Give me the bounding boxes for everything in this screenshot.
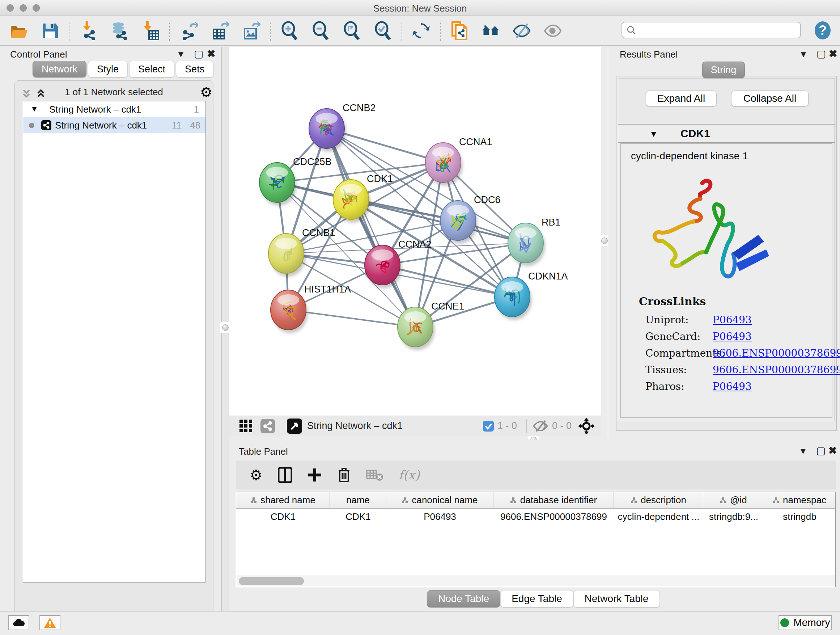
network-node-HIST1H1A[interactable] [271,290,308,333]
control-panel: Control Panel ▼ ▢ ✖ NetworkStyleSelectSe… [0,47,221,611]
memory-button[interactable]: Memory [778,615,832,630]
results-panel-float-icon[interactable]: ▢ [816,49,826,59]
help-icon[interactable]: ? [813,21,832,40]
hidden-eye-icon[interactable] [532,420,548,432]
network-node-CCNB2[interactable] [309,109,346,152]
column-header-namespac[interactable]: namespac [764,492,835,508]
network-row[interactable]: String Network – cdk1 11 48 [23,117,205,133]
network-view-toolbar: String Network – cdk1 1 - 0 0 - 0 [229,416,601,436]
node-label-CCNB2: CCNB2 [343,103,376,113]
gene-collapse-icon[interactable]: ▼ [649,129,658,139]
column-header--id[interactable]: @id [703,492,764,508]
delete-column-icon[interactable] [337,467,351,483]
table-options-gear-icon[interactable]: ⚙ [249,467,263,483]
tab-edge-table[interactable]: Edge Table [500,590,573,608]
import-table-file-icon[interactable] [141,21,160,40]
tab-string[interactable]: String [702,62,745,78]
network-node-CCNE1[interactable] [398,307,435,350]
column-type-icon [773,497,779,504]
zoom-fit-icon[interactable] [342,21,361,40]
results-panel-menu-icon[interactable]: ▼ [799,50,808,59]
search-box[interactable] [622,22,801,38]
export-network-icon[interactable] [180,21,198,40]
network-node-CDKN1A[interactable] [494,277,532,320]
network-node-CCNA1[interactable] [425,143,463,186]
table-row[interactable]: CDK1CDK1P064939606.ENSP00000378699cyclin… [236,509,835,524]
network-tab-content: 1 of 1 Network selected ⚙ ▼ String Netwo… [14,80,213,635]
zoom-selected-icon[interactable] [373,21,392,40]
network-node-CCNB1[interactable] [268,233,306,277]
table-panel-float-icon[interactable]: ▢ [816,446,826,456]
export-table-icon[interactable] [210,21,229,40]
table-panel-menu-icon[interactable]: ▼ [799,447,807,455]
search-input[interactable] [636,25,791,35]
column-header-name[interactable]: name [330,492,386,508]
cloud-button[interactable] [8,615,29,630]
warnings-button[interactable] [39,615,60,630]
column-header-description[interactable]: description [614,492,703,508]
warning-icon [44,617,56,628]
results-panel-close-icon[interactable]: ✖ [829,49,837,59]
export-image-icon[interactable] [242,21,261,40]
grid-view-icon[interactable] [239,419,253,433]
open-session-icon[interactable] [9,21,28,40]
table-toolbar: ⚙ f(x) [236,461,836,489]
zoom-in-icon[interactable] [280,21,299,40]
crosslink-link[interactable]: P06493 [713,380,752,393]
import-network-database-icon[interactable] [110,21,129,40]
crosslink-link[interactable]: 9606.ENSP00000378699 [713,364,840,376]
selected-checkbox-icon[interactable] [483,421,494,432]
tab-node-table[interactable]: Node Table [427,590,500,608]
scrollbar-thumb[interactable] [239,577,304,585]
table-panel-close-icon[interactable]: ✖ [829,446,837,456]
network-options-gear-icon[interactable]: ⚙ [200,84,212,100]
show-columns-icon[interactable] [278,467,292,483]
apply-layout-icon[interactable] [412,21,431,40]
column-header-database-identifier[interactable]: database identifier [493,492,614,508]
tab-network[interactable]: Network [33,61,87,78]
add-column-icon[interactable] [308,468,322,482]
tab-sets[interactable]: Sets [176,61,213,78]
crosslink-link[interactable]: 9606.ENSP00000378699 [713,347,840,359]
network-canvas[interactable]: CCNB2CCNA1CDC25BCDK1CDC6RB1CCNB1CCNA2CDK… [229,47,601,416]
column-header-canonical-name[interactable]: canonical name [386,492,493,508]
import-network-file-icon[interactable] [79,21,98,40]
table-h-scrollbar[interactable] [237,575,835,586]
column-header-shared-name[interactable]: shared name [236,492,330,508]
control-panel-close-icon[interactable]: ✖ [207,49,215,59]
table-cell: stringdb:9... [703,509,764,524]
network-node-RB1[interactable] [508,223,545,266]
tab-network-table[interactable]: Network Table [573,590,660,608]
control-panel-menu-icon[interactable]: ▼ [177,50,185,59]
save-session-icon[interactable] [41,21,59,40]
show-graphics-details-icon [543,21,562,40]
clone-network-icon[interactable] [450,21,469,40]
collapse-all-button[interactable]: Collapse All [731,90,808,106]
network-edge[interactable] [327,128,415,327]
control-panel-float-icon[interactable]: ▢ [194,49,203,59]
tab-style[interactable]: Style [88,61,128,78]
table-cell: 9606.ENSP00000378699 [493,509,614,524]
string-network-icon [41,120,51,130]
tab-select[interactable]: Select [129,61,174,78]
zoom-out-icon[interactable] [311,21,330,40]
birds-eye-view-icon[interactable] [287,418,302,434]
expand-all-button[interactable]: Expand All [646,90,717,106]
column-type-icon [630,497,637,504]
crosslink-link[interactable]: P06493 [713,314,752,326]
network-node-CDK1[interactable] [333,180,370,223]
gene-section-header[interactable]: ▼ CDK1 [618,125,835,143]
string-view-icon[interactable] [261,419,275,433]
cloud-icon [13,618,25,627]
network-node-CCNA2[interactable] [365,245,402,288]
collection-expand-icon[interactable]: ▼ [30,104,38,114]
pan-crosshair-icon[interactable] [578,418,595,434]
network-node-CDC25B[interactable] [259,163,297,206]
hide-graphics-details-icon[interactable] [512,21,531,40]
node-label-CDC25B: CDC25B [293,157,332,167]
network-collection-row[interactable]: ▼ String Network – cdk1 1 [23,101,205,117]
crosslink-row: Pharos:P06493 [645,380,826,397]
home-string-icon[interactable] [481,21,500,40]
crosslink-link[interactable]: P06493 [713,331,752,342]
collection-label: String Network – cdk1 [49,104,141,115]
